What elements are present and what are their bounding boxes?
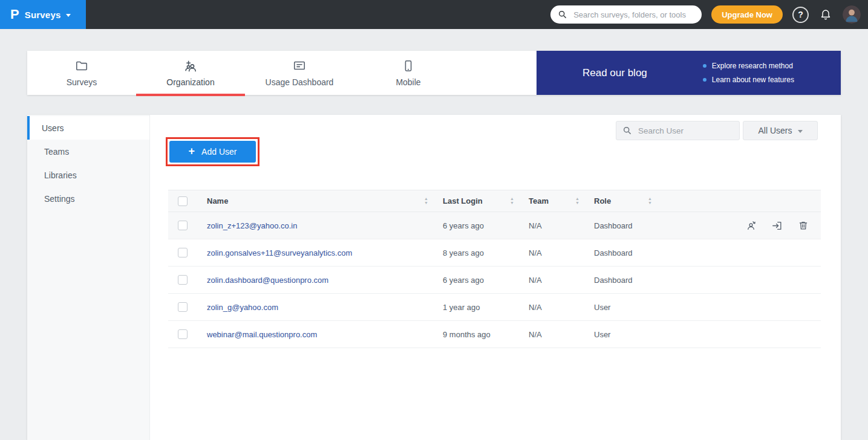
team-cell: N/A: [519, 276, 584, 285]
tab-label: Usage Dashboard: [266, 77, 334, 87]
primary-nav-tabs: Surveys Organization Usage Dashboard Mob…: [27, 51, 841, 95]
last-login-cell: 9 months ago: [433, 330, 519, 339]
bullet-dot-icon: [703, 64, 706, 68]
select-all-checkbox[interactable]: [178, 196, 188, 206]
sort-icon[interactable]: ▲▼: [575, 197, 579, 205]
sort-icon[interactable]: ▲▼: [648, 197, 652, 205]
header-team[interactable]: Team ▲▼: [519, 190, 584, 212]
search-user-input[interactable]: [637, 126, 746, 136]
global-search[interactable]: [550, 5, 702, 24]
user-avatar[interactable]: [843, 5, 861, 24]
table-row: zolin.dashboard@questionpro.com 6 years …: [168, 267, 821, 294]
product-switcher[interactable]: P Surveys: [0, 0, 86, 29]
topbar-actions: Upgrade Now ?: [550, 5, 868, 24]
tab-mobile[interactable]: Mobile: [354, 51, 463, 95]
user-email-link[interactable]: zolin_z+123@yahoo.co.in: [197, 221, 433, 230]
header-label: Name: [207, 196, 228, 205]
row-checkbox[interactable]: [178, 302, 188, 312]
product-label: Surveys: [25, 10, 61, 20]
top-bar: P Surveys Upgrade Now ?: [0, 0, 868, 29]
table-row: zolin_g@yahoo.com 1 year ago N/A User: [168, 294, 821, 321]
team-cell: N/A: [519, 221, 584, 230]
role-cell: Dashboard: [584, 276, 657, 285]
table-row: webinar@mail.questionpro.com 9 months ag…: [168, 321, 821, 348]
blog-bullet-text: Explore research method: [712, 62, 793, 70]
chevron-down-icon: [798, 130, 803, 133]
team-cell: N/A: [519, 330, 584, 339]
sort-icon[interactable]: ▲▼: [510, 197, 514, 205]
row-checkbox-cell: [168, 302, 197, 312]
row-checkbox-cell: [168, 221, 197, 230]
search-user-box[interactable]: [616, 121, 740, 140]
role-cell: User: [584, 330, 657, 339]
table-row: zolin_z+123@yahoo.co.in 6 years ago N/A …: [168, 212, 821, 239]
add-user-button[interactable]: + Add User: [169, 141, 256, 163]
user-filter-dropdown[interactable]: All Users: [743, 121, 818, 140]
header-last-login[interactable]: Last Login ▲▼: [433, 190, 519, 212]
action-highlight-annotation: + Add User: [166, 137, 259, 166]
organization-sidebar: Users Teams Libraries Settings: [27, 115, 150, 440]
row-checkbox[interactable]: [178, 221, 188, 230]
search-icon: [623, 126, 631, 135]
last-login-cell: 1 year ago: [433, 303, 519, 312]
upgrade-now-button[interactable]: Upgrade Now: [711, 5, 783, 24]
tab-label: Surveys: [67, 77, 97, 87]
users-content: All Users + Add User Name ▲▼ Last Login: [150, 115, 841, 440]
header-label: Team: [529, 196, 549, 205]
tab-organization[interactable]: Organization: [136, 51, 245, 95]
folder-icon: [74, 59, 89, 73]
role-cell: Dashboard: [584, 248, 657, 257]
last-login-cell: 6 years ago: [433, 276, 519, 285]
tab-label: Organization: [166, 77, 214, 87]
last-login-cell: 8 years ago: [433, 248, 519, 257]
header-label: Last Login: [443, 196, 483, 205]
team-cell: N/A: [519, 303, 584, 312]
delete-user-icon[interactable]: [797, 220, 809, 231]
blog-bullet-text: Learn about new features: [712, 76, 794, 84]
row-checkbox[interactable]: [178, 329, 188, 339]
tab-surveys[interactable]: Surveys: [27, 51, 136, 95]
user-email-link[interactable]: zolin_g@yahoo.com: [197, 303, 433, 312]
sidebar-item-teams[interactable]: Teams: [27, 140, 149, 163]
user-email-link[interactable]: zolin.dashboard@questionpro.com: [197, 276, 433, 285]
impersonate-user-icon[interactable]: [745, 220, 757, 231]
bullet-dot-icon: [703, 78, 706, 82]
row-actions: [657, 220, 821, 231]
help-icon[interactable]: ?: [792, 7, 809, 23]
user-filter-value: All Users: [758, 126, 792, 135]
table-row: zolin.gonsalves+11@surveyanalytics.com 8…: [168, 239, 821, 267]
tab-usage-dashboard[interactable]: Usage Dashboard: [245, 51, 354, 95]
role-cell: User: [584, 303, 657, 312]
global-search-input[interactable]: [572, 10, 694, 20]
user-email-link[interactable]: webinar@mail.questionpro.com: [197, 330, 433, 339]
login-as-user-icon[interactable]: [771, 220, 783, 231]
sort-icon[interactable]: ▲▼: [424, 197, 428, 205]
blog-promo-banner[interactable]: Read our blog Explore research method Le…: [537, 51, 841, 95]
user-email-link[interactable]: zolin.gonsalves+11@surveyanalytics.com: [197, 248, 433, 257]
header-name[interactable]: Name ▲▼: [197, 190, 433, 212]
add-user-label: Add User: [201, 147, 237, 157]
mobile-icon: [401, 59, 416, 73]
tab-label: Mobile: [396, 77, 420, 87]
chevron-down-icon: [66, 14, 71, 17]
row-checkbox-cell: [168, 329, 197, 339]
blog-bullet: Explore research method: [703, 62, 794, 70]
header-role[interactable]: Role ▲▼: [584, 190, 657, 212]
blog-banner-title: Read our blog: [582, 67, 647, 79]
row-checkbox[interactable]: [178, 275, 188, 285]
sidebar-item-settings[interactable]: Settings: [27, 187, 149, 210]
users-table-body: zolin_z+123@yahoo.co.in 6 years ago N/A …: [168, 212, 821, 348]
notifications-bell-icon[interactable]: [818, 7, 833, 22]
blog-banner-bullets: Explore research method Learn about new …: [703, 62, 794, 84]
search-icon: [558, 10, 567, 19]
role-cell: Dashboard: [584, 221, 657, 230]
row-checkbox[interactable]: [178, 248, 188, 257]
select-all-cell: [168, 196, 197, 206]
sidebar-item-users[interactable]: Users: [27, 116, 149, 140]
header-label: Role: [594, 196, 611, 205]
team-cell: N/A: [519, 248, 584, 257]
add-user-group-icon: [183, 59, 198, 73]
sidebar-item-libraries[interactable]: Libraries: [27, 163, 149, 187]
organization-panel: Users Teams Libraries Settings All Users…: [27, 115, 841, 440]
users-table: Name ▲▼ Last Login ▲▼ Team ▲▼ Role ▲▼: [168, 190, 821, 348]
